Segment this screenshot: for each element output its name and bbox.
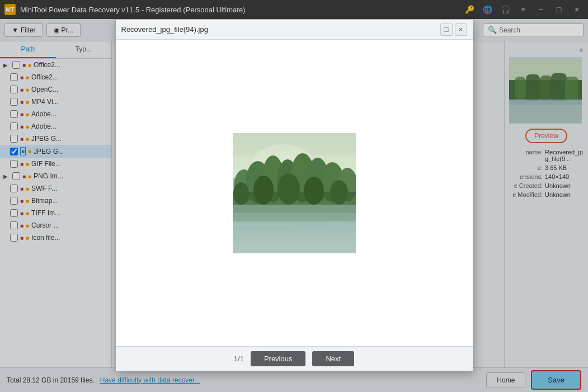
modal-title: Recovered_jpg_file(94).jpg [121, 25, 440, 34]
svg-point-27 [304, 177, 324, 205]
svg-point-24 [233, 182, 249, 205]
svg-point-26 [277, 173, 300, 205]
modal-title-bar: Recovered_jpg_file(94).jpg □ × [116, 20, 473, 40]
svg-rect-35 [233, 205, 356, 213]
modal-controls: □ × [440, 23, 467, 36]
preview-modal: Recovered_jpg_file(94).jpg □ × [115, 19, 473, 371]
main-window: MT MiniTool Power Data Recovery v11.5 - … [0, 0, 588, 392]
modal-maximize-button[interactable]: □ [440, 23, 453, 36]
modal-overlay: Recovered_jpg_file(94).jpg □ × [0, 0, 588, 392]
modal-content [116, 40, 473, 346]
modal-footer: 1/1 Previous Next [116, 346, 473, 371]
previous-button[interactable]: Previous [251, 351, 306, 366]
next-button[interactable]: Next [312, 351, 354, 366]
modal-image-svg [233, 133, 356, 253]
modal-close-button[interactable]: × [455, 23, 467, 36]
page-indicator: 1/1 [234, 355, 244, 363]
svg-point-28 [330, 180, 348, 205]
svg-point-25 [253, 176, 274, 205]
